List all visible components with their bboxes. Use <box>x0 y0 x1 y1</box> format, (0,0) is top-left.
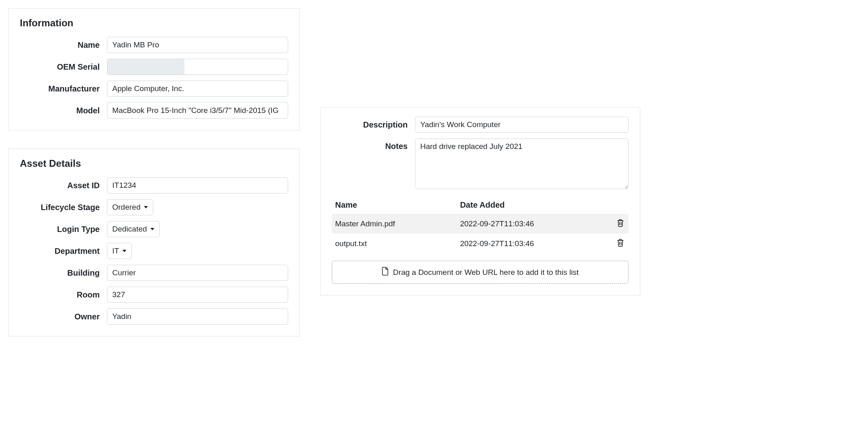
name-label: Name <box>20 40 107 50</box>
manufacturer-row: Manufacturer <box>20 81 288 97</box>
room-row: Room <box>20 287 288 303</box>
oem-serial-input[interactable] <box>107 59 288 75</box>
lifecycle-row: Lifecycle Stage Ordered <box>20 199 288 215</box>
table-header-date: Date Added <box>457 196 608 214</box>
table-header-actions <box>608 196 629 214</box>
delete-button[interactable] <box>616 218 625 230</box>
department-row: Department IT <box>20 243 288 259</box>
table-row: output.txt 2022-09-27T11:03:46 <box>332 234 629 253</box>
table-row: Master Admin.pdf 2022-09-27T11:03:46 <box>332 214 629 234</box>
department-label: Department <box>20 247 107 256</box>
table-header-name: Name <box>332 196 457 214</box>
information-title: Information <box>20 17 288 29</box>
oem-serial-label: OEM Serial <box>20 62 107 72</box>
lifecycle-value: Ordered <box>112 203 141 212</box>
delete-button[interactable] <box>616 238 625 249</box>
login-type-label: Login Type <box>20 225 107 234</box>
oem-serial-row: OEM Serial <box>20 59 288 75</box>
asset-id-label: Asset ID <box>20 181 107 190</box>
login-type-value: Dedicated <box>112 225 147 234</box>
trash-icon <box>616 238 624 247</box>
owner-row: Owner <box>20 308 288 325</box>
information-panel: Information Name OEM Serial Manufacturer… <box>8 8 300 130</box>
oem-serial-redacted <box>107 59 184 74</box>
model-label: Model <box>20 106 107 115</box>
name-row: Name <box>20 37 288 53</box>
name-input[interactable] <box>107 37 288 53</box>
manufacturer-label: Manufacturer <box>20 84 107 94</box>
room-input[interactable] <box>107 287 288 303</box>
building-label: Building <box>20 268 107 278</box>
asset-id-input[interactable] <box>107 177 288 193</box>
login-type-dropdown[interactable]: Dedicated <box>107 221 160 237</box>
owner-label: Owner <box>20 312 107 321</box>
file-date: 2022-09-27T11:03:46 <box>457 214 608 234</box>
description-input[interactable] <box>415 117 629 133</box>
file-name: Master Admin.pdf <box>332 214 457 234</box>
file-name: output.txt <box>332 234 457 253</box>
document-icon <box>382 267 389 278</box>
file-date: 2022-09-27T11:03:46 <box>457 234 608 253</box>
building-input[interactable] <box>107 265 288 281</box>
login-type-row: Login Type Dedicated <box>20 221 288 237</box>
owner-input[interactable] <box>107 308 288 325</box>
building-row: Building <box>20 265 288 281</box>
dropzone[interactable]: Drag a Document or Web URL here to add i… <box>332 261 629 284</box>
notes-label: Notes <box>332 138 415 151</box>
dropzone-text: Drag a Document or Web URL here to add i… <box>393 268 579 277</box>
lifecycle-dropdown[interactable]: Ordered <box>107 199 153 215</box>
notes-row: Notes <box>332 138 629 189</box>
caret-down-icon <box>150 228 154 230</box>
department-dropdown[interactable]: IT <box>107 243 132 259</box>
department-value: IT <box>112 247 119 255</box>
model-input[interactable] <box>107 102 288 119</box>
model-row: Model <box>20 102 288 119</box>
trash-icon <box>616 219 624 228</box>
caret-down-icon <box>144 206 148 208</box>
documents-table: Name Date Added Master Admin.pdf 2022-09… <box>332 196 629 253</box>
notes-textarea[interactable] <box>415 138 629 189</box>
manufacturer-input[interactable] <box>107 81 288 97</box>
description-row: Description <box>332 117 629 133</box>
room-label: Room <box>20 290 107 300</box>
caret-down-icon <box>122 250 126 252</box>
lifecycle-label: Lifecycle Stage <box>20 203 107 212</box>
asset-details-panel: Asset Details Asset ID Lifecycle Stage O… <box>8 149 300 336</box>
documents-panel: Description Notes Name Date Added M <box>320 107 640 296</box>
asset-details-title: Asset Details <box>20 158 288 169</box>
asset-id-row: Asset ID <box>20 177 288 193</box>
description-label: Description <box>332 120 415 130</box>
